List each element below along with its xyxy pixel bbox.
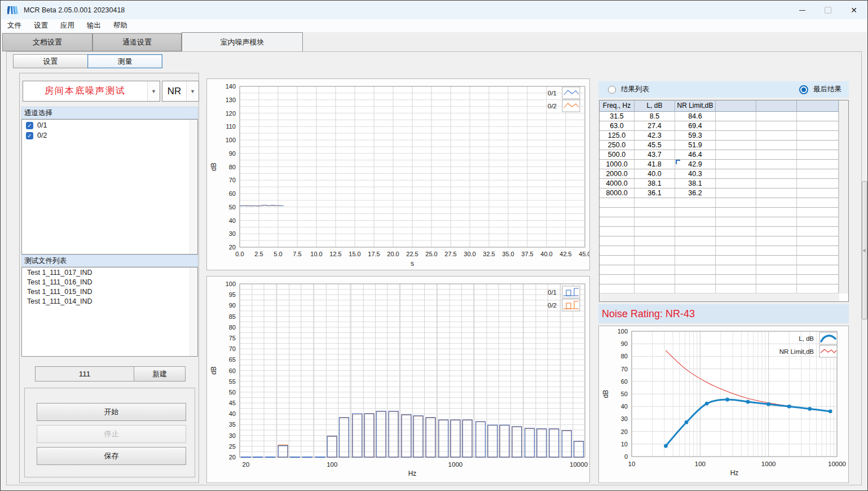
svg-text:40: 40 [229, 217, 236, 224]
legend-label: NR Limit,dB [779, 348, 814, 355]
tab-文档设置[interactable]: 文档设置 [2, 33, 92, 51]
svg-text:20: 20 [229, 454, 236, 461]
cell-selection-marker [676, 160, 680, 164]
file-list-item[interactable]: Test 1_111_015_IND [22, 287, 197, 296]
svg-text:45.0: 45.0 [579, 251, 589, 257]
minimize-button[interactable] [789, 1, 815, 19]
table-row: 2000.040.040.3 [600, 169, 848, 179]
save-button[interactable]: 保存 [37, 447, 186, 465]
scrollbar[interactable] [190, 268, 197, 356]
channel-item-0/2[interactable]: ✓0/2 [22, 130, 197, 140]
scrollbar[interactable] [839, 100, 848, 293]
subtab-测量[interactable]: 测量 [87, 54, 162, 68]
minimize-icon [799, 10, 805, 11]
table-cell [675, 198, 716, 208]
file-name-input[interactable]: 111 [35, 366, 134, 382]
svg-text:20.0: 20.0 [387, 251, 399, 257]
svg-text:7.5: 7.5 [293, 251, 301, 257]
table-cell: 4000.0 [600, 179, 635, 188]
chevron-down-icon[interactable]: ▼ [186, 81, 199, 101]
table-cell: 38.1 [675, 179, 716, 188]
svg-text:40: 40 [621, 403, 628, 410]
svg-text:20: 20 [229, 244, 236, 251]
table-cell [675, 217, 716, 227]
test-file-list[interactable]: Test 1_111_017_INDTest 1_111_016_INDTest… [21, 267, 198, 357]
table-cell [716, 217, 756, 227]
menu-item-帮助[interactable]: 帮助 [107, 21, 134, 30]
table-cell [716, 112, 756, 121]
file-list-item[interactable]: Test 1_111_016_IND [22, 277, 197, 287]
table-cell [797, 265, 839, 275]
svg-text:5.0: 5.0 [274, 251, 282, 257]
menu-item-设置[interactable]: 设置 [28, 21, 54, 30]
tab-室内噪声模块[interactable]: 室内噪声模块 [182, 32, 303, 51]
table-cell: 2000.0 [600, 169, 635, 179]
svg-text:dB: dB [210, 366, 218, 375]
table-cell: 8000.0 [600, 188, 635, 198]
table-cell [756, 131, 797, 141]
radio-unchecked-icon[interactable] [608, 86, 616, 94]
file-list-item[interactable]: Test 1_111_017_IND [22, 268, 197, 277]
table-cell [797, 217, 839, 227]
svg-text:60: 60 [229, 190, 236, 197]
table-cell [675, 265, 716, 275]
close-button[interactable]: ✕ [841, 1, 867, 19]
table-cell [716, 150, 756, 160]
channel-item-0/1[interactable]: ✓0/1 [22, 120, 197, 130]
table-cell [716, 256, 756, 265]
channel-list[interactable]: ✓0/1✓0/2 [21, 119, 198, 255]
subtab-设置[interactable]: 设置 [13, 54, 88, 68]
table-cell [635, 236, 675, 246]
panel-collapse-handle[interactable]: < [862, 181, 867, 319]
legend-label: L, dB [799, 335, 814, 342]
svg-text:10000: 10000 [570, 461, 588, 468]
table-cell [716, 275, 756, 284]
checkbox-checked-icon[interactable]: ✓ [26, 132, 33, 139]
svg-text:20: 20 [621, 428, 628, 435]
table-cell [716, 246, 756, 256]
svg-text:10000: 10000 [828, 461, 846, 467]
menu-item-输出[interactable]: 输出 [81, 21, 107, 30]
file-list-item[interactable]: Test 1_111_014_IND [22, 296, 197, 306]
time_chart-svg: 20304050607080901001101201301400.02.55.0… [207, 79, 589, 270]
maximize-button[interactable] [815, 1, 841, 19]
tab-通道设置[interactable]: 通道设置 [92, 33, 182, 51]
table-cell [797, 160, 839, 169]
svg-text:25.0: 25.0 [425, 251, 437, 257]
svg-text:90: 90 [621, 340, 628, 347]
table-cell [600, 227, 635, 236]
test-type-select[interactable]: 房间本底噪声测试 ▼ [23, 81, 160, 102]
svg-text:10: 10 [621, 441, 628, 448]
scrollbar[interactable] [190, 120, 197, 254]
table-cell: 125.0 [600, 131, 635, 141]
table-cell [716, 141, 756, 150]
table-cell [716, 208, 756, 217]
result-list-radio[interactable]: 结果列表 [608, 85, 649, 94]
table-cell [797, 112, 839, 121]
menu-item-应用[interactable]: 应用 [54, 21, 81, 30]
nr-curve-chart: 010203040506070809010010100100010000HzdB… [598, 326, 849, 483]
table-cell [756, 160, 797, 169]
start-button[interactable]: 开始 [37, 403, 186, 421]
table-cell [600, 265, 635, 275]
table-cell [797, 198, 839, 208]
svg-text:95: 95 [229, 291, 236, 298]
menu-item-文件[interactable]: 文件 [1, 21, 28, 30]
scrollbar[interactable] [600, 293, 839, 301]
svg-text:30: 30 [621, 415, 628, 422]
table-cell: 1000.0 [600, 160, 635, 169]
svg-text:55: 55 [229, 378, 236, 385]
table-row [600, 246, 848, 256]
radio-checked-icon[interactable] [799, 85, 808, 94]
svg-text:32.5: 32.5 [483, 251, 495, 257]
last-result-radio[interactable]: 最后结果 [799, 85, 841, 94]
new-button[interactable]: 新建 [134, 366, 186, 382]
table-cell [600, 246, 635, 256]
rating-select[interactable]: NR ▼ [162, 81, 199, 102]
chevron-down-icon[interactable]: ▼ [147, 81, 160, 101]
table-cell: 42.3 [635, 131, 675, 141]
table-cell: 63.0 [600, 121, 635, 131]
table-header-cell [797, 100, 839, 112]
checkbox-checked-icon[interactable]: ✓ [26, 122, 33, 129]
left-control-panel: 房间本底噪声测试 ▼ NR ▼ 通道选择 ✓0/1✓0/2 测试文件列表 Tes… [19, 73, 199, 483]
